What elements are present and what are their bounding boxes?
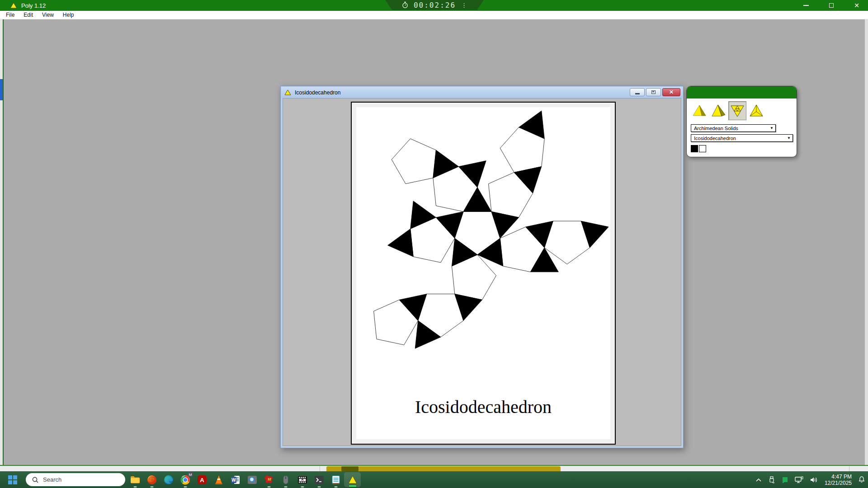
taskbar-firefox[interactable] bbox=[143, 471, 160, 488]
tray-clock[interactable]: 4:47 PM 12/21/2025 bbox=[825, 474, 852, 486]
close-icon: ✕ bbox=[669, 89, 674, 95]
background-window-edge-bottom bbox=[0, 466, 868, 471]
poly-icon bbox=[347, 474, 358, 485]
firefox-icon bbox=[146, 474, 157, 485]
active-indicator bbox=[349, 485, 356, 487]
poly-app-icon bbox=[10, 2, 17, 9]
taskbar-poly-active[interactable] bbox=[344, 472, 361, 487]
solid-3d-icon bbox=[691, 103, 708, 119]
timer-menu-icon[interactable]: ⋮ bbox=[461, 2, 467, 9]
taskbar-acrobat[interactable]: A bbox=[193, 471, 210, 488]
shaded-view-button[interactable] bbox=[709, 101, 727, 120]
svg-text:A: A bbox=[200, 477, 204, 483]
running-indicator bbox=[301, 486, 304, 488]
menu-view[interactable]: View bbox=[38, 12, 58, 18]
taskbar-media-player[interactable] bbox=[294, 471, 311, 488]
menubar: File Edit View Help bbox=[0, 11, 868, 19]
wireframe-icon bbox=[748, 103, 764, 119]
category-value: Archimedean Solids bbox=[694, 126, 770, 131]
taskbar-chrome[interactable]: M bbox=[177, 471, 193, 488]
document-window[interactable]: Icosidodecahedron ✕ Icosidodecahedron bbox=[280, 86, 684, 448]
palette-titlebar[interactable] bbox=[687, 86, 797, 99]
category-dropdown[interactable]: Archimedean Solids ▼ bbox=[691, 124, 776, 132]
taskbar-irfanview[interactable]: 32 bbox=[260, 471, 277, 488]
background-window-yellow-notch bbox=[341, 466, 359, 471]
irfanview-icon: 32 bbox=[264, 474, 274, 485]
running-indicator bbox=[317, 486, 321, 488]
document-window-titlebar[interactable]: Icosidodecahedron ✕ bbox=[281, 87, 683, 98]
tray-volume-icon[interactable] bbox=[810, 476, 818, 483]
shaded-3d-icon bbox=[710, 103, 726, 119]
running-indicator bbox=[150, 486, 153, 488]
tray-chevron-up-icon[interactable] bbox=[755, 478, 762, 482]
tool-palette[interactable]: Archimedean Solids ▼ Icosidodecahedron ▼ bbox=[686, 86, 797, 157]
figure-caption: Icosidodecahedron bbox=[356, 396, 610, 418]
minimize-icon bbox=[635, 93, 640, 94]
window-minimize-button[interactable] bbox=[630, 88, 645, 96]
window-close-button[interactable]: ✕ bbox=[662, 88, 680, 96]
document-view: Icosidodecahedron bbox=[351, 102, 616, 445]
taskbar-file-explorer[interactable] bbox=[127, 471, 143, 488]
svg-text:32: 32 bbox=[268, 478, 271, 481]
net-page: Icosidodecahedron bbox=[356, 107, 610, 439]
app-titlebar: Poly 1.12 00:02:26 ⋮ ✕ bbox=[0, 0, 868, 11]
search-icon bbox=[32, 476, 39, 483]
app-minimize-button[interactable] bbox=[800, 0, 812, 11]
menu-edit[interactable]: Edit bbox=[19, 12, 38, 18]
search-placeholder: Search bbox=[43, 476, 61, 483]
timer-value: 00:02:26 bbox=[414, 1, 456, 9]
face-color-swatch-black[interactable] bbox=[691, 145, 698, 152]
taskbar-search[interactable]: Search bbox=[26, 473, 125, 486]
net-icon bbox=[729, 103, 745, 119]
solid-dropdown[interactable]: Icosidodecahedron ▼ bbox=[691, 134, 793, 142]
tray-messenger-icon[interactable] bbox=[782, 476, 788, 483]
screen-recorder-timer[interactable]: 00:02:26 ⋮ bbox=[385, 0, 484, 10]
film-strip-icon bbox=[297, 474, 308, 485]
window-maximize-button[interactable] bbox=[646, 88, 661, 96]
taskbar-terminal[interactable] bbox=[311, 471, 327, 488]
icosidodecahedron-net-diagram bbox=[356, 107, 610, 387]
document-window-title: Icosidodecahedron bbox=[295, 89, 340, 96]
mouse-icon bbox=[280, 474, 291, 485]
running-indicator bbox=[284, 486, 287, 488]
wireframe-view-button[interactable] bbox=[747, 101, 765, 120]
maximize-icon bbox=[651, 90, 656, 94]
net-view-button[interactable] bbox=[728, 101, 746, 120]
taskbar-word[interactable]: W bbox=[227, 471, 244, 488]
tray-usb-icon[interactable] bbox=[768, 476, 775, 484]
color-swatches bbox=[691, 145, 706, 152]
taskbar-vlc[interactable] bbox=[210, 471, 227, 488]
screen: Poly 1.12 00:02:26 ⋮ ✕ File Edit View He… bbox=[0, 0, 868, 488]
minimize-icon bbox=[803, 5, 809, 6]
app-close-button[interactable]: ✕ bbox=[851, 0, 863, 11]
close-icon: ✕ bbox=[854, 2, 859, 9]
taskbar-notepad[interactable] bbox=[327, 471, 344, 488]
menu-help[interactable]: Help bbox=[58, 12, 79, 18]
notepad-icon bbox=[330, 474, 341, 485]
app-maximize-button[interactable] bbox=[826, 0, 837, 11]
view-mode-buttons bbox=[690, 101, 765, 120]
system-tray: 4:47 PM 12/21/2025 bbox=[755, 471, 865, 488]
taskbar-mouse-settings[interactable] bbox=[277, 471, 294, 488]
windows-logo-icon bbox=[8, 475, 18, 485]
taskbar-magnifier-tool[interactable] bbox=[244, 471, 260, 488]
taskbar-apps: M A bbox=[127, 471, 361, 488]
solid-view-button[interactable] bbox=[690, 101, 708, 120]
word-icon: W bbox=[230, 474, 241, 485]
taskbar: Search bbox=[0, 471, 868, 488]
magnifier-tool-icon bbox=[247, 474, 258, 485]
file-explorer-icon bbox=[130, 474, 141, 485]
tray-notification-bell-icon[interactable] bbox=[858, 476, 865, 483]
start-button[interactable] bbox=[7, 474, 18, 485]
tray-network-icon[interactable] bbox=[795, 476, 804, 483]
chevron-down-icon: ▼ bbox=[787, 136, 791, 140]
face-color-swatch-white[interactable] bbox=[699, 145, 706, 152]
acrobat-icon: A bbox=[197, 474, 208, 485]
menu-file[interactable]: File bbox=[0, 12, 19, 18]
terminal-icon bbox=[314, 474, 325, 485]
taskbar-edge[interactable] bbox=[160, 471, 177, 488]
background-window-edge-right bbox=[865, 19, 868, 465]
background-window-yellow-bar bbox=[326, 466, 561, 471]
poly-document-icon bbox=[284, 89, 291, 95]
app-title: Poly 1.12 bbox=[21, 2, 46, 9]
